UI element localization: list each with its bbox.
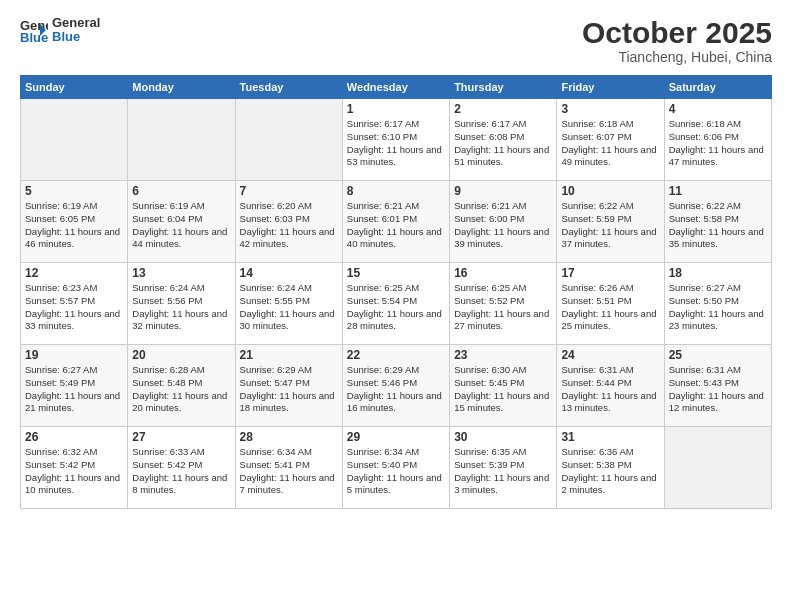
weekday-header-row: SundayMondayTuesdayWednesdayThursdayFrid… — [21, 76, 772, 99]
calendar-cell: 23Sunrise: 6:30 AM Sunset: 5:45 PM Dayli… — [450, 345, 557, 427]
calendar-cell: 16Sunrise: 6:25 AM Sunset: 5:52 PM Dayli… — [450, 263, 557, 345]
day-info: Sunrise: 6:34 AM Sunset: 5:40 PM Dayligh… — [347, 446, 445, 497]
logo: General Blue General Blue — [20, 16, 100, 45]
day-info: Sunrise: 6:25 AM Sunset: 5:52 PM Dayligh… — [454, 282, 552, 333]
day-number: 25 — [669, 348, 767, 362]
day-number: 15 — [347, 266, 445, 280]
day-number: 18 — [669, 266, 767, 280]
day-number: 14 — [240, 266, 338, 280]
day-number: 26 — [25, 430, 123, 444]
day-info: Sunrise: 6:29 AM Sunset: 5:46 PM Dayligh… — [347, 364, 445, 415]
day-info: Sunrise: 6:31 AM Sunset: 5:43 PM Dayligh… — [669, 364, 767, 415]
weekday-header-wednesday: Wednesday — [342, 76, 449, 99]
day-info: Sunrise: 6:25 AM Sunset: 5:54 PM Dayligh… — [347, 282, 445, 333]
day-info: Sunrise: 6:36 AM Sunset: 5:38 PM Dayligh… — [561, 446, 659, 497]
location-subtitle: Tiancheng, Hubei, China — [582, 49, 772, 65]
weekday-header-thursday: Thursday — [450, 76, 557, 99]
day-number: 31 — [561, 430, 659, 444]
day-info: Sunrise: 6:34 AM Sunset: 5:41 PM Dayligh… — [240, 446, 338, 497]
day-info: Sunrise: 6:35 AM Sunset: 5:39 PM Dayligh… — [454, 446, 552, 497]
day-number: 4 — [669, 102, 767, 116]
day-number: 27 — [132, 430, 230, 444]
day-number: 2 — [454, 102, 552, 116]
day-number: 7 — [240, 184, 338, 198]
calendar-cell: 4Sunrise: 6:18 AM Sunset: 6:06 PM Daylig… — [664, 99, 771, 181]
calendar-cell: 11Sunrise: 6:22 AM Sunset: 5:58 PM Dayli… — [664, 181, 771, 263]
day-info: Sunrise: 6:22 AM Sunset: 5:58 PM Dayligh… — [669, 200, 767, 251]
day-info: Sunrise: 6:21 AM Sunset: 6:01 PM Dayligh… — [347, 200, 445, 251]
day-number: 19 — [25, 348, 123, 362]
day-number: 29 — [347, 430, 445, 444]
day-info: Sunrise: 6:22 AM Sunset: 5:59 PM Dayligh… — [561, 200, 659, 251]
calendar-cell: 30Sunrise: 6:35 AM Sunset: 5:39 PM Dayli… — [450, 427, 557, 509]
calendar-cell: 15Sunrise: 6:25 AM Sunset: 5:54 PM Dayli… — [342, 263, 449, 345]
day-info: Sunrise: 6:26 AM Sunset: 5:51 PM Dayligh… — [561, 282, 659, 333]
weekday-header-saturday: Saturday — [664, 76, 771, 99]
calendar-cell: 18Sunrise: 6:27 AM Sunset: 5:50 PM Dayli… — [664, 263, 771, 345]
logo-icon: General Blue — [20, 16, 48, 44]
calendar-cell: 21Sunrise: 6:29 AM Sunset: 5:47 PM Dayli… — [235, 345, 342, 427]
calendar-week-row: 5Sunrise: 6:19 AM Sunset: 6:05 PM Daylig… — [21, 181, 772, 263]
day-number: 6 — [132, 184, 230, 198]
title-block: October 2025 Tiancheng, Hubei, China — [582, 16, 772, 65]
day-info: Sunrise: 6:27 AM Sunset: 5:49 PM Dayligh… — [25, 364, 123, 415]
weekday-header-monday: Monday — [128, 76, 235, 99]
calendar-table: SundayMondayTuesdayWednesdayThursdayFrid… — [20, 75, 772, 509]
weekday-header-friday: Friday — [557, 76, 664, 99]
day-number: 13 — [132, 266, 230, 280]
day-number: 20 — [132, 348, 230, 362]
day-info: Sunrise: 6:24 AM Sunset: 5:55 PM Dayligh… — [240, 282, 338, 333]
calendar-cell: 22Sunrise: 6:29 AM Sunset: 5:46 PM Dayli… — [342, 345, 449, 427]
calendar-cell: 12Sunrise: 6:23 AM Sunset: 5:57 PM Dayli… — [21, 263, 128, 345]
logo-blue: Blue — [52, 30, 100, 44]
weekday-header-tuesday: Tuesday — [235, 76, 342, 99]
day-number: 8 — [347, 184, 445, 198]
calendar-cell — [21, 99, 128, 181]
day-info: Sunrise: 6:24 AM Sunset: 5:56 PM Dayligh… — [132, 282, 230, 333]
day-number: 21 — [240, 348, 338, 362]
header: General Blue General Blue October 2025 T… — [20, 16, 772, 65]
page: General Blue General Blue October 2025 T… — [0, 0, 792, 612]
day-info: Sunrise: 6:31 AM Sunset: 5:44 PM Dayligh… — [561, 364, 659, 415]
calendar-cell: 6Sunrise: 6:19 AM Sunset: 6:04 PM Daylig… — [128, 181, 235, 263]
calendar-cell: 10Sunrise: 6:22 AM Sunset: 5:59 PM Dayli… — [557, 181, 664, 263]
day-info: Sunrise: 6:19 AM Sunset: 6:04 PM Dayligh… — [132, 200, 230, 251]
weekday-header-sunday: Sunday — [21, 76, 128, 99]
calendar-cell — [235, 99, 342, 181]
day-number: 28 — [240, 430, 338, 444]
day-info: Sunrise: 6:17 AM Sunset: 6:08 PM Dayligh… — [454, 118, 552, 169]
day-number: 24 — [561, 348, 659, 362]
day-info: Sunrise: 6:30 AM Sunset: 5:45 PM Dayligh… — [454, 364, 552, 415]
calendar-cell: 5Sunrise: 6:19 AM Sunset: 6:05 PM Daylig… — [21, 181, 128, 263]
day-number: 22 — [347, 348, 445, 362]
calendar-cell: 31Sunrise: 6:36 AM Sunset: 5:38 PM Dayli… — [557, 427, 664, 509]
calendar-cell: 8Sunrise: 6:21 AM Sunset: 6:01 PM Daylig… — [342, 181, 449, 263]
day-number: 10 — [561, 184, 659, 198]
day-number: 17 — [561, 266, 659, 280]
calendar-cell: 2Sunrise: 6:17 AM Sunset: 6:08 PM Daylig… — [450, 99, 557, 181]
day-info: Sunrise: 6:18 AM Sunset: 6:06 PM Dayligh… — [669, 118, 767, 169]
calendar-cell: 27Sunrise: 6:33 AM Sunset: 5:42 PM Dayli… — [128, 427, 235, 509]
calendar-week-row: 12Sunrise: 6:23 AM Sunset: 5:57 PM Dayli… — [21, 263, 772, 345]
calendar-week-row: 26Sunrise: 6:32 AM Sunset: 5:42 PM Dayli… — [21, 427, 772, 509]
calendar-cell: 28Sunrise: 6:34 AM Sunset: 5:41 PM Dayli… — [235, 427, 342, 509]
calendar-cell: 9Sunrise: 6:21 AM Sunset: 6:00 PM Daylig… — [450, 181, 557, 263]
calendar-cell — [128, 99, 235, 181]
day-number: 16 — [454, 266, 552, 280]
day-info: Sunrise: 6:27 AM Sunset: 5:50 PM Dayligh… — [669, 282, 767, 333]
day-info: Sunrise: 6:19 AM Sunset: 6:05 PM Dayligh… — [25, 200, 123, 251]
day-info: Sunrise: 6:32 AM Sunset: 5:42 PM Dayligh… — [25, 446, 123, 497]
calendar-cell: 19Sunrise: 6:27 AM Sunset: 5:49 PM Dayli… — [21, 345, 128, 427]
day-number: 1 — [347, 102, 445, 116]
month-title: October 2025 — [582, 16, 772, 49]
day-number: 5 — [25, 184, 123, 198]
calendar-cell: 29Sunrise: 6:34 AM Sunset: 5:40 PM Dayli… — [342, 427, 449, 509]
day-info: Sunrise: 6:17 AM Sunset: 6:10 PM Dayligh… — [347, 118, 445, 169]
calendar-cell: 24Sunrise: 6:31 AM Sunset: 5:44 PM Dayli… — [557, 345, 664, 427]
day-info: Sunrise: 6:18 AM Sunset: 6:07 PM Dayligh… — [561, 118, 659, 169]
day-number: 23 — [454, 348, 552, 362]
calendar-cell: 25Sunrise: 6:31 AM Sunset: 5:43 PM Dayli… — [664, 345, 771, 427]
calendar-cell: 14Sunrise: 6:24 AM Sunset: 5:55 PM Dayli… — [235, 263, 342, 345]
calendar-cell: 3Sunrise: 6:18 AM Sunset: 6:07 PM Daylig… — [557, 99, 664, 181]
calendar-week-row: 19Sunrise: 6:27 AM Sunset: 5:49 PM Dayli… — [21, 345, 772, 427]
